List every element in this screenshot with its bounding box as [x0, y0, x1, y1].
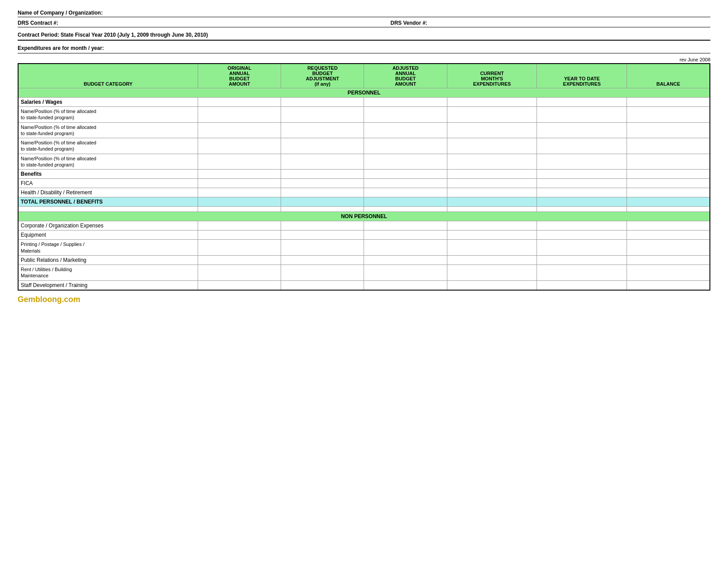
data-value-cell — [627, 221, 710, 230]
table-row: Staff Development / Training — [18, 280, 710, 290]
table-row — [18, 207, 710, 212]
empty-cell — [281, 98, 364, 107]
category-header-cell: NON PERSONNEL — [18, 212, 710, 221]
data-value-cell — [537, 188, 627, 197]
watermark: Gembloong.com — [18, 295, 710, 304]
table-row: Name/Position (% of time allocatedto sta… — [18, 138, 710, 154]
data-value-cell — [627, 255, 710, 264]
data-value-cell — [447, 221, 537, 230]
table-row: Name/Position (% of time allocatedto sta… — [18, 122, 710, 138]
data-value-cell — [447, 188, 537, 197]
data-value-cell — [447, 107, 537, 123]
data-value-cell — [627, 122, 710, 138]
data-value-cell — [627, 280, 710, 290]
table-row: FICA — [18, 179, 710, 188]
row-label-cell: Equipment — [18, 230, 198, 240]
row-label-cell: Name/Position (% of time allocatedto sta… — [18, 154, 198, 170]
data-value-cell — [281, 240, 364, 256]
data-value-cell — [537, 179, 627, 188]
data-value-cell — [447, 280, 537, 290]
empty-cell — [18, 207, 198, 212]
data-value-cell — [627, 188, 710, 197]
empty-cell — [537, 170, 627, 179]
data-value-cell — [364, 221, 447, 230]
data-value-cell — [198, 264, 281, 280]
data-value-cell — [447, 154, 537, 170]
data-value-cell — [537, 240, 627, 256]
row-label-cell: Public Relations / Marketing — [18, 255, 198, 264]
contract-period: Contract Period: State Fiscal Year 2010 … — [18, 32, 710, 41]
row-label-cell: Staff Development / Training — [18, 280, 198, 290]
data-value-cell — [281, 138, 364, 154]
data-value-cell — [627, 138, 710, 154]
data-value-cell — [537, 122, 627, 138]
col-header-balance: BALANCE — [627, 64, 710, 88]
col-header-ytd: YEAR TO DATEEXPENDITURES — [537, 64, 627, 88]
data-value-cell — [627, 179, 710, 188]
data-value-cell — [198, 255, 281, 264]
table-row: Equipment — [18, 230, 710, 240]
data-value-cell — [281, 107, 364, 123]
row-label-cell: Name/Position (% of time allocatedto sta… — [18, 138, 198, 154]
data-value-cell — [537, 264, 627, 280]
empty-cell — [198, 170, 281, 179]
row-label-cell: Corporate / Organization Expenses — [18, 221, 198, 230]
data-value-cell — [537, 230, 627, 240]
company-label: Name of Company / Organization: — [18, 10, 106, 16]
empty-cell — [281, 170, 364, 179]
row-label-cell: Printing / Postage / Supplies /Materials — [18, 240, 198, 256]
data-value-cell — [537, 221, 627, 230]
data-value-cell — [198, 280, 281, 290]
total-value-cell — [364, 197, 447, 207]
data-value-cell — [198, 154, 281, 170]
total-value-cell — [198, 197, 281, 207]
section-header-cell: Benefits — [18, 170, 198, 179]
data-value-cell — [447, 138, 537, 154]
col-header-adjusted: ADJUSTEDANNUALBUDGETAMOUNT — [364, 64, 447, 88]
empty-cell — [281, 207, 364, 212]
table-row: Name/Position (% of time allocatedto sta… — [18, 154, 710, 170]
total-label-cell: TOTAL PERSONNEL / BENEFITS — [18, 197, 198, 207]
empty-cell — [364, 170, 447, 179]
data-value-cell — [447, 122, 537, 138]
data-value-cell — [198, 240, 281, 256]
data-value-cell — [364, 255, 447, 264]
data-value-cell — [364, 154, 447, 170]
data-value-cell — [627, 240, 710, 256]
empty-cell — [198, 98, 281, 107]
row-label-cell: Health / Disability / Retirement — [18, 188, 198, 197]
empty-cell — [537, 98, 627, 107]
data-value-cell — [364, 188, 447, 197]
data-value-cell — [198, 221, 281, 230]
data-value-cell — [537, 255, 627, 264]
expenditures-label: Expenditures are for month / year: — [18, 45, 710, 53]
table-row: Health / Disability / Retirement — [18, 188, 710, 197]
table-row: Salaries / Wages — [18, 98, 710, 107]
table-row: Corporate / Organization Expenses — [18, 221, 710, 230]
data-value-cell — [537, 107, 627, 123]
data-value-cell — [447, 240, 537, 256]
rev-note: rev June 2008 — [18, 57, 710, 62]
data-value-cell — [281, 230, 364, 240]
data-value-cell — [281, 221, 364, 230]
data-value-cell — [364, 122, 447, 138]
data-value-cell — [281, 154, 364, 170]
table-row: PERSONNEL — [18, 88, 710, 98]
data-value-cell — [627, 264, 710, 280]
empty-cell — [627, 98, 710, 107]
data-value-cell — [281, 122, 364, 138]
total-value-cell — [627, 197, 710, 207]
data-value-cell — [627, 107, 710, 123]
data-value-cell — [198, 107, 281, 123]
data-value-cell — [364, 138, 447, 154]
table-row: Benefits — [18, 170, 710, 179]
data-value-cell — [364, 280, 447, 290]
data-value-cell — [447, 264, 537, 280]
empty-cell — [447, 207, 537, 212]
section-header-cell: Salaries / Wages — [18, 98, 198, 107]
data-value-cell — [198, 138, 281, 154]
row-label-cell: Rent / Utilities / BuildingMaintenance — [18, 264, 198, 280]
data-value-cell — [627, 154, 710, 170]
empty-cell — [537, 207, 627, 212]
total-value-cell — [537, 197, 627, 207]
